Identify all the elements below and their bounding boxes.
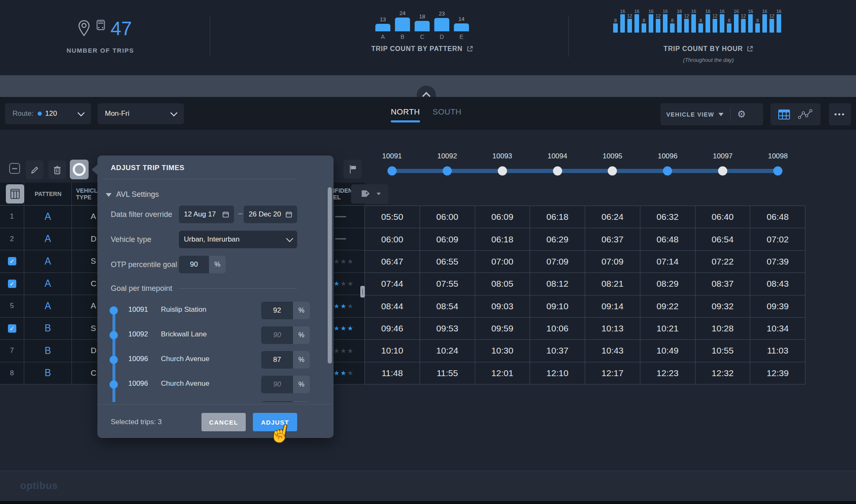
row-select-cell[interactable]: ✓	[0, 250, 24, 272]
row-select-cell[interactable]: ✓	[0, 318, 24, 340]
trip-time-cell[interactable]: 10:10	[365, 340, 420, 362]
more-options-button[interactable]: •••	[829, 103, 851, 125]
trip-time-cell[interactable]: 08:44	[365, 295, 420, 318]
trip-time-cell[interactable]: 09:32	[696, 295, 751, 318]
vehicle-type-cell[interactable]: D	[91, 228, 97, 250]
column-settings-button[interactable]	[6, 184, 24, 204]
trip-time-cell[interactable]: 07:55	[420, 273, 475, 295]
trip-time-cell[interactable]: 12:01	[475, 362, 530, 384]
trip-time-cell[interactable]: 09:03	[475, 295, 530, 318]
trip-time-cell[interactable]: 07:22	[696, 251, 751, 273]
trip-time-cell[interactable]: 06:40	[696, 206, 751, 228]
timepoint-dot[interactable]	[608, 166, 617, 176]
otp-goal-value[interactable]: 90	[179, 256, 209, 273]
trip-time-cell[interactable]: 10:34	[750, 318, 805, 340]
trip-time-cell[interactable]: 12:23	[640, 362, 696, 384]
gear-icon[interactable]: ⚙	[737, 109, 746, 120]
row-select-cell[interactable]: 8	[0, 362, 24, 384]
timepoint-dot[interactable]	[773, 166, 782, 176]
tab-north[interactable]: NORTH	[391, 107, 420, 117]
view-selector-group[interactable]: VEHICLE VIEW ⚙	[660, 103, 763, 125]
trip-time-cell[interactable]: 06:00	[365, 228, 420, 250]
trip-time-cell[interactable]: 10:30	[475, 340, 530, 362]
trip-time-cell[interactable]: 06:24	[585, 206, 640, 228]
trip-time-cell[interactable]: 12:39	[750, 362, 805, 384]
column-resize-handle[interactable]	[360, 286, 365, 298]
row-select-cell[interactable]: 5	[0, 295, 24, 317]
trip-time-cell[interactable]: 07:09	[585, 251, 640, 273]
trip-time-cell[interactable]: 08:12	[530, 273, 585, 295]
timepoint-dot[interactable]	[387, 166, 397, 176]
tag-button[interactable]	[351, 184, 388, 204]
vehicle-type-cell[interactable]: A	[91, 206, 96, 228]
trip-time-cell[interactable]: 09:53	[420, 318, 475, 340]
day-select[interactable]: Mon-Fri	[97, 103, 184, 124]
otp-goal-input[interactable]: 90 %	[179, 256, 226, 273]
pattern-cell[interactable]: B	[24, 318, 72, 340]
select-all-checkbox[interactable]	[9, 163, 20, 174]
vehicle-type-cell[interactable]: A	[91, 295, 96, 317]
trip-time-cell[interactable]: 10:21	[640, 318, 696, 340]
trip-time-cell[interactable]: 08:21	[585, 273, 640, 295]
trip-time-cell[interactable]: 12:32	[696, 362, 751, 384]
trip-time-cell[interactable]: 08:29	[640, 273, 696, 295]
timepoint-dot[interactable]	[718, 166, 727, 176]
vehicle-type-cell[interactable]: C	[91, 362, 97, 384]
row-select-cell[interactable]: 2	[0, 228, 24, 250]
hour-chart-title[interactable]: TRIP COUNT BY HOUR	[627, 45, 790, 53]
trip-time-cell[interactable]: 09:22	[640, 295, 696, 318]
pattern-cell[interactable]: A	[24, 228, 72, 250]
trip-time-cell[interactable]: 10:24	[420, 340, 475, 362]
edit-button[interactable]	[26, 160, 43, 179]
trip-time-cell[interactable]: 06:18	[475, 228, 530, 250]
adjust-trip-times-button[interactable]	[70, 160, 89, 179]
trip-time-cell[interactable]: 06:47	[365, 251, 420, 273]
trip-time-cell[interactable]: 07:44	[365, 273, 420, 295]
trip-time-cell[interactable]: 11:55	[420, 362, 475, 384]
row-checkbox-checked[interactable]: ✓	[8, 280, 16, 288]
trip-time-cell[interactable]: 06:09	[420, 228, 475, 250]
trip-time-cell[interactable]: 09:14	[585, 295, 640, 318]
goal-percent-input[interactable]: 90	[261, 326, 293, 344]
goal-percent-input[interactable]: 90	[261, 376, 293, 393]
column-header-pattern[interactable]: PATTERN	[24, 191, 72, 197]
pattern-chart-title[interactable]: TRIP COUNT BY PATTERN	[347, 45, 497, 53]
calendar-icon[interactable]	[222, 211, 229, 218]
timepoint-dot[interactable]	[553, 166, 562, 176]
trip-time-cell[interactable]: 09:39	[750, 295, 805, 318]
trip-time-cell[interactable]: 10:43	[585, 340, 640, 362]
timepoint-dot[interactable]	[498, 166, 507, 176]
vehicle-type-select[interactable]: Urban, Interurban	[179, 231, 297, 248]
flag-button[interactable]	[344, 160, 362, 178]
cancel-button[interactable]: CANCEL	[201, 413, 246, 431]
trip-time-cell[interactable]: 06:54	[696, 228, 751, 250]
goal-percent-input[interactable]: 87	[261, 351, 293, 369]
trip-time-cell[interactable]: 07:39	[750, 251, 805, 273]
trip-time-cell[interactable]: 09:46	[365, 318, 420, 340]
pattern-cell[interactable]: A	[24, 295, 72, 317]
external-link-icon[interactable]	[746, 46, 753, 52]
trip-time-cell[interactable]: 09:59	[475, 318, 530, 340]
trip-time-cell[interactable]: 07:09	[530, 251, 585, 273]
vehicle-type-cell[interactable]: D	[91, 340, 97, 362]
trip-time-cell[interactable]: 10:28	[696, 318, 751, 340]
date-from-input[interactable]: 12 Aug 17	[179, 206, 234, 223]
trip-time-cell[interactable]: 06:09	[475, 206, 530, 228]
trip-time-cell[interactable]: 06:48	[640, 228, 696, 250]
vehicle-type-cell[interactable]: C	[91, 273, 97, 295]
table-view-icon[interactable]	[778, 109, 790, 120]
section-collapse-icon[interactable]	[106, 193, 112, 197]
trip-time-cell[interactable]: 05:50	[365, 206, 420, 228]
trip-time-cell[interactable]: 09:10	[530, 295, 585, 318]
row-checkbox-checked[interactable]: ✓	[8, 257, 16, 265]
vehicle-type-cell[interactable]: S	[91, 250, 96, 272]
date-to-input[interactable]: 26 Dec 20	[244, 206, 297, 223]
chevron-up-icon[interactable]	[423, 92, 430, 99]
trip-time-cell[interactable]: 12:17	[585, 362, 640, 384]
trip-time-cell[interactable]: 06:29	[530, 228, 585, 250]
trip-time-cell[interactable]: 10:37	[530, 340, 585, 362]
vehicle-type-cell[interactable]: S	[91, 318, 96, 340]
trip-time-cell[interactable]: 07:00	[475, 251, 530, 273]
pattern-cell[interactable]: B	[24, 340, 72, 362]
trip-time-cell[interactable]: 10:55	[696, 340, 751, 362]
